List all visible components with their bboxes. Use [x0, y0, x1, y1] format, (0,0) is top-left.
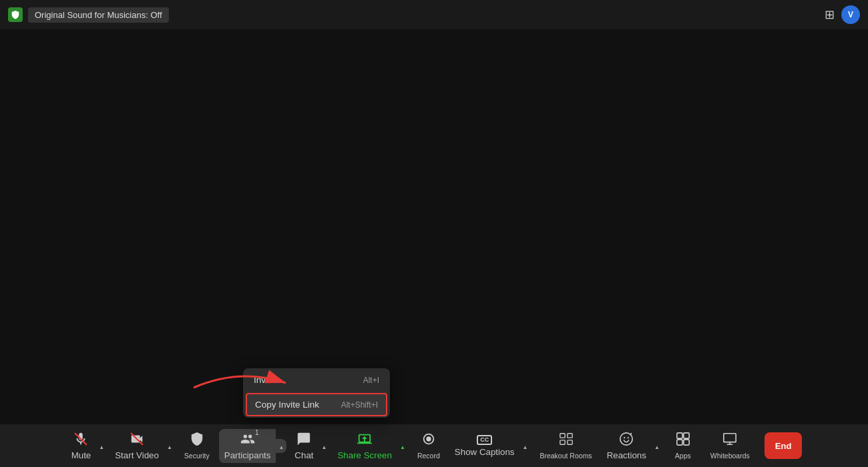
start-video-button[interactable]: Start Video: [110, 429, 164, 463]
start-video-group: Start Video ▲: [110, 429, 175, 463]
reactions-label: Reactions: [607, 450, 646, 460]
security-label: Security: [184, 452, 210, 460]
reactions-button[interactable]: Reactions: [602, 429, 652, 463]
svg-point-5: [426, 436, 431, 441]
participants-button[interactable]: 1 Participants: [219, 429, 276, 463]
grid-view-icon[interactable]: ⊞: [825, 7, 835, 22]
share-screen-label: Share Screen: [337, 450, 392, 460]
svg-point-12: [628, 437, 629, 438]
top-right-controls: ⊞ V: [825, 5, 860, 24]
cc-icon: CC: [477, 435, 492, 445]
participants-group: 1 Participants ▲: [219, 429, 287, 463]
participants-icon: 1: [240, 432, 255, 448]
avatar: V: [841, 5, 860, 24]
apps-icon: [676, 432, 690, 450]
svg-point-11: [624, 437, 625, 438]
mute-label: Mute: [71, 450, 91, 460]
mute-button[interactable]: Mute: [66, 429, 97, 463]
captions-caret[interactable]: ▲: [520, 439, 531, 453]
svg-rect-16: [677, 440, 682, 445]
svg-rect-18: [724, 434, 736, 442]
reactions-group: Reactions ▲: [602, 429, 662, 463]
chat-icon: [296, 432, 311, 448]
chat-group: Chat ▲: [289, 429, 329, 463]
svg-rect-15: [684, 433, 689, 438]
reactions-icon: [619, 432, 634, 448]
chat-label: Chat: [294, 450, 313, 460]
svg-rect-9: [567, 440, 572, 444]
video-caret[interactable]: ▲: [164, 439, 175, 453]
svg-marker-3: [363, 436, 367, 442]
svg-rect-8: [560, 440, 564, 444]
show-captions-button[interactable]: CC Show Captions: [449, 432, 520, 460]
participants-caret[interactable]: ▲: [276, 439, 286, 453]
svg-rect-14: [677, 433, 682, 438]
share-screen-button[interactable]: Share Screen: [332, 429, 397, 463]
participants-label: Participants: [224, 450, 271, 460]
record-icon: [421, 432, 436, 450]
svg-rect-6: [560, 434, 564, 438]
record-label: Record: [417, 452, 440, 460]
share-screen-group: Share Screen ▲: [332, 429, 407, 463]
apps-label: Apps: [675, 452, 691, 460]
top-bar: Original Sound for Musicians: Off ⊞ V: [0, 0, 868, 29]
shield-icon: [8, 7, 23, 22]
apps-button[interactable]: Apps: [665, 429, 701, 462]
mute-icon: [73, 432, 88, 448]
start-video-label: Start Video: [115, 450, 159, 460]
record-button[interactable]: Record: [411, 429, 447, 462]
main-content: [0, 29, 868, 424]
whiteboards-label: Whiteboards: [710, 452, 750, 460]
svg-rect-7: [567, 434, 572, 438]
svg-point-13: [631, 432, 632, 434]
mute-caret[interactable]: ▲: [96, 439, 107, 453]
show-captions-group: CC Show Captions ▲: [449, 432, 531, 460]
share-screen-caret[interactable]: ▲: [397, 439, 408, 453]
whiteboards-icon: [722, 432, 737, 450]
original-sound-label: Original Sound for Musicians: Off: [28, 7, 169, 23]
breakout-icon: [559, 432, 574, 450]
share-screen-icon: [357, 432, 372, 448]
breakout-rooms-button[interactable]: Breakout Rooms: [533, 429, 598, 462]
arrow-indicator: [187, 364, 294, 400]
video-off-icon: [130, 432, 144, 448]
security-button[interactable]: Security: [178, 429, 216, 462]
breakout-rooms-label: Breakout Rooms: [539, 452, 592, 460]
security-icon: [190, 432, 204, 450]
show-captions-label: Show Captions: [455, 447, 515, 457]
whiteboards-button[interactable]: Whiteboards: [704, 429, 756, 462]
chat-caret[interactable]: ▲: [319, 439, 330, 453]
chat-button[interactable]: Chat: [289, 429, 318, 463]
participant-count: 1: [255, 429, 259, 436]
toolbar: Mute ▲ Start Video ▲ Security: [0, 424, 868, 467]
end-button[interactable]: End: [765, 432, 803, 459]
svg-rect-17: [684, 440, 689, 445]
reactions-caret[interactable]: ▲: [652, 439, 662, 453]
mute-group: Mute ▲: [66, 429, 107, 463]
